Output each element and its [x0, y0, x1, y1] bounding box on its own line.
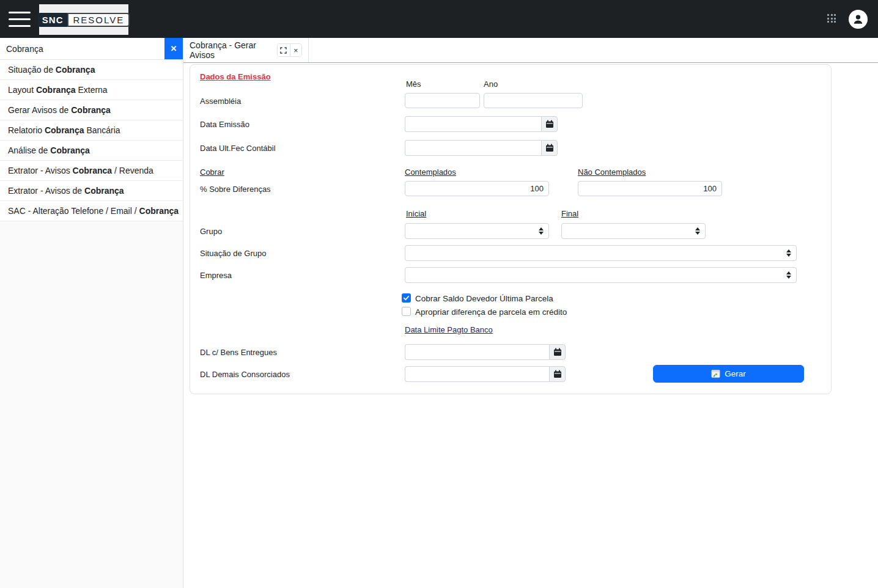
dl-demais-consorciados-input[interactable]	[405, 366, 549, 382]
apps-grid-icon[interactable]	[827, 14, 838, 24]
data-emissao-label: Data Emissão	[200, 120, 249, 129]
menu-search-input[interactable]	[0, 38, 164, 59]
sidebar: ✕ Situação de Cobrança Layout Cobrança E…	[0, 38, 183, 588]
sidebar-item-relatorio-cobranca-bancaria[interactable]: Relatorio Cobrança Bancária	[0, 120, 183, 141]
assembleia-ano-input[interactable]	[484, 93, 583, 108]
calendar-icon	[553, 348, 562, 356]
close-icon: ×	[293, 46, 298, 54]
cobrar-saldo-checkbox-label[interactable]: Cobrar Saldo Devedor Última Parcela	[415, 294, 553, 303]
sidebar-search-row: ✕	[0, 38, 183, 60]
app-root: SNC RESOLVE ✕ Situação de Cobrança Layou…	[0, 0, 878, 588]
calendar-icon	[545, 144, 554, 152]
tab-cobranca-gerar-avisos[interactable]: Cobrança - Gerar Avisos ×	[183, 38, 309, 62]
close-icon: ✕	[171, 44, 177, 53]
sidebar-item-layout-cobranca-externa[interactable]: Layout Cobrança Externa	[0, 80, 183, 100]
grupo-label: Grupo	[200, 227, 222, 236]
data-emissao-calendar-button[interactable]	[541, 116, 558, 132]
generate-document-icon	[711, 369, 720, 378]
gerar-button[interactable]: Gerar	[653, 365, 804, 383]
tab-bar: Cobrança - Gerar Avisos ×	[183, 38, 878, 63]
user-avatar[interactable]	[849, 10, 868, 29]
inicial-label: Inicial	[406, 209, 426, 218]
calendar-icon	[553, 370, 562, 378]
sidebar-item-sac-alteracao-telefone-email-cobranca[interactable]: SAC - Alteração Telefone / Email / Cobra…	[0, 201, 183, 221]
select-arrows-icon	[786, 271, 791, 279]
empresa-select[interactable]	[405, 267, 797, 283]
logo-resolve-text: RESOLVE	[67, 13, 130, 27]
assembleia-mes-input[interactable]	[405, 93, 480, 108]
sidebar-item-extrator-avisos-cobranca-revenda[interactable]: Extrator - Avisos Cobranca / Revenda	[0, 161, 183, 181]
grupo-inicial-select[interactable]	[405, 223, 549, 239]
data-emissao-input[interactable]	[405, 116, 541, 132]
dl-demais-calendar-button[interactable]	[549, 366, 566, 382]
sidebar-item-extrator-avisos-de-cobranca[interactable]: Extrator - Avisos de Cobrança	[0, 181, 183, 201]
nao-contemplados-percent-input[interactable]	[578, 181, 722, 196]
sidebar-item-gerar-avisos-de-cobranca[interactable]: Gerar Avisos de Cobrança	[0, 100, 183, 120]
nao-contemplados-label: Não Contemplados	[578, 167, 646, 177]
select-arrows-icon	[695, 227, 700, 235]
check-icon	[403, 295, 410, 301]
clear-search-button[interactable]: ✕	[164, 38, 183, 59]
logo-snc-text: SNC	[38, 13, 68, 27]
data-ultfec-label: Data Ult.Fec Contábil	[200, 144, 276, 153]
apropriar-diferenca-checkbox[interactable]	[402, 307, 411, 316]
situacao-grupo-select[interactable]	[405, 245, 797, 261]
data-limite-pagto-banco-link[interactable]: Data Limite Pagto Banco	[405, 325, 493, 334]
apropriar-diferenca-checkbox-label[interactable]: Apropriar diferença de parcela em crédit…	[415, 307, 567, 317]
contemplados-label: Contemplados	[405, 167, 456, 177]
cobrar-saldo-checkbox[interactable]	[402, 293, 411, 303]
contemplados-percent-input[interactable]	[405, 181, 549, 196]
tab-title: Cobrança - Gerar Avisos	[190, 40, 272, 60]
dl-bens-calendar-button[interactable]	[549, 344, 566, 360]
select-arrows-icon	[539, 227, 544, 235]
fullscreen-icon	[280, 47, 287, 54]
dl-demais-consorciados-label: DL Demais Consorciados	[200, 370, 290, 379]
data-ultfec-calendar-button[interactable]	[541, 140, 558, 156]
person-icon	[852, 13, 864, 25]
select-arrows-icon	[786, 249, 791, 257]
sobre-diferencas-label: % Sobre Diferenças	[200, 185, 271, 194]
topbar: SNC RESOLVE	[0, 0, 878, 38]
dl-bens-entregues-input[interactable]	[405, 344, 549, 360]
empresa-label: Empresa	[200, 271, 232, 280]
dados-da-emissao-section-link[interactable]: Dados da Emissão	[200, 72, 271, 81]
gerar-avisos-form-panel: Dados da Emissão Mês Ano Assembléia Data…	[190, 64, 832, 394]
grupo-final-select[interactable]	[561, 223, 706, 239]
final-label: Final	[561, 209, 578, 218]
ano-column-label: Ano	[484, 79, 498, 89]
dl-bens-entregues-label: DL c/ Bens Entregues	[200, 348, 277, 357]
sidebar-item-analise-de-cobranca[interactable]: Análise de Cobrança	[0, 141, 183, 161]
hamburger-menu-icon[interactable]	[9, 12, 31, 27]
situacao-grupo-label: Situação de Grupo	[200, 249, 266, 258]
expand-tab-button[interactable]	[278, 44, 289, 56]
assembleia-label: Assembléia	[200, 97, 241, 106]
app-logo: SNC RESOLVE	[39, 4, 128, 35]
calendar-icon	[545, 120, 554, 128]
data-ultfec-input[interactable]	[405, 140, 541, 156]
gerar-button-label: Gerar	[725, 369, 746, 378]
close-tab-button[interactable]: ×	[290, 44, 301, 56]
sidebar-item-situacao-de-cobranca[interactable]: Situação de Cobrança	[0, 60, 183, 80]
mes-column-label: Mês	[406, 79, 421, 89]
cobrar-label: Cobrar	[200, 167, 224, 177]
